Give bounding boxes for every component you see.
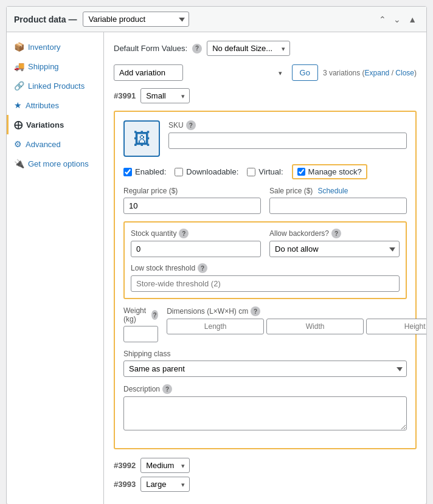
sidebar-item-advanced[interactable]: ⚙ Advanced	[7, 134, 103, 154]
sidebar-label-inventory: Inventory	[28, 43, 60, 52]
stock-quantity-label-text: Stock quantity	[131, 229, 176, 238]
variation-3991-body: 🖼 SKU ? Enabled:	[114, 111, 417, 449]
sidebar-label-advanced: Advanced	[26, 140, 61, 149]
advanced-icon: ⚙	[14, 139, 22, 149]
virtual-label-text: Virtual:	[258, 167, 283, 176]
default-form-label: Default Form Values:	[114, 44, 187, 53]
panel-title-text: Product data	[14, 15, 66, 24]
virtual-checkbox[interactable]	[247, 168, 255, 176]
sidebar-label-get-more-options: Get more options	[28, 159, 89, 168]
inventory-icon: 📦	[14, 42, 24, 52]
add-variation-select[interactable]: Add variation	[114, 64, 183, 81]
weight-input[interactable]	[123, 326, 158, 342]
sidebar-label-attributes: Attributes	[26, 101, 59, 110]
dimensions-inputs	[167, 319, 426, 334]
variation-3991-header: #3991 Small Medium Large	[114, 88, 417, 103]
stock-quantity-field: Stock quantity ?	[131, 229, 261, 257]
sidebar-item-linked-products[interactable]: 🔗 Linked Products	[7, 76, 103, 95]
weight-label: Weight (kg) ?	[123, 306, 158, 323]
weight-label-text: Weight (kg)	[123, 306, 149, 323]
low-stock-label: Low stock threshold ?	[131, 263, 400, 273]
variations-count: 3 variations (Expand / Close)	[323, 69, 417, 77]
sidebar-item-inventory[interactable]: 📦 Inventory	[7, 37, 103, 57]
variation-3993-header: #3993 Small Medium Large	[114, 477, 417, 492]
shipping-class-wrapper: Same as parent No shipping class	[123, 361, 407, 377]
stock-quantity-label: Stock quantity ?	[131, 229, 261, 238]
stock-quantity-backorders-row: Stock quantity ? Allow backorders? ?	[131, 229, 400, 257]
variation-image[interactable]: 🖼	[123, 120, 160, 157]
allow-backorders-field: Allow backorders? ? Do not allow Allow, …	[269, 229, 400, 257]
width-input[interactable]	[266, 319, 364, 334]
panel-body: 📦 Inventory 🚚 Shipping 🔗 Linked Products…	[7, 32, 426, 504]
shipping-class-label-text: Shipping class	[123, 350, 170, 358]
default-form-values: Default Form Values: ? No default Size..…	[114, 41, 417, 56]
shipping-class-select[interactable]: Same as parent No shipping class	[123, 361, 407, 377]
enabled-checkbox-label[interactable]: Enabled:	[123, 167, 166, 176]
allow-backorders-wrapper: Do not allow Allow, but notify customer …	[269, 241, 400, 257]
close-link[interactable]: Close	[395, 69, 414, 77]
virtual-checkbox-label[interactable]: Virtual:	[247, 167, 283, 176]
allow-backorders-help-icon[interactable]: ?	[331, 229, 341, 238]
default-form-help-icon[interactable]: ?	[192, 44, 202, 54]
variation-3993-size-wrapper: Small Medium Large	[140, 477, 190, 492]
collapse-down-button[interactable]: ⌄	[391, 13, 403, 26]
stock-quantity-input[interactable]	[131, 241, 261, 257]
schedule-link[interactable]: Schedule	[317, 187, 348, 195]
description-help-icon[interactable]: ?	[162, 384, 172, 394]
toggle-button[interactable]: ▲	[406, 13, 419, 26]
sale-price-label: Sale price ($) Schedule	[269, 187, 407, 195]
weight-help-icon[interactable]: ?	[151, 310, 158, 320]
sku-label: SKU ?	[168, 120, 407, 130]
variation-top: 🖼 SKU ?	[123, 120, 407, 157]
enabled-label-text: Enabled:	[135, 167, 166, 176]
low-stock-input[interactable]	[131, 275, 400, 292]
variation-3991-id: #3991	[114, 91, 136, 100]
price-row: Regular price ($) Sale price ($) Schedul…	[123, 187, 407, 214]
attributes-icon: ★	[14, 100, 22, 110]
expand-link[interactable]: Expand	[365, 69, 390, 77]
allow-backorders-label-text: Allow backorders?	[269, 229, 329, 238]
enabled-checkbox[interactable]	[123, 168, 132, 176]
regular-price-input[interactable]	[123, 198, 261, 214]
height-input[interactable]	[366, 319, 426, 334]
sidebar-item-attributes[interactable]: ★ Attributes	[7, 95, 103, 115]
sku-section: SKU ?	[168, 120, 407, 157]
manage-stock-checkbox-label[interactable]: Manage stock?	[292, 164, 367, 179]
product-type-select[interactable]: Variable product Simple product Grouped …	[83, 12, 189, 27]
variation-3992-size-wrapper: Small Medium Large	[140, 458, 190, 473]
allow-backorders-select[interactable]: Do not allow Allow, but notify customer …	[269, 241, 400, 257]
sidebar-item-get-more-options[interactable]: 🔌 Get more options	[7, 154, 103, 173]
sale-price-input[interactable]	[269, 198, 407, 214]
downloadable-label-text: Downloadable:	[186, 167, 238, 176]
description-textarea[interactable]	[123, 396, 407, 430]
sku-help-icon[interactable]: ?	[186, 120, 196, 130]
length-input[interactable]	[167, 319, 264, 334]
variation-3993-size-select[interactable]: Small Medium Large	[140, 477, 190, 492]
downloadable-checkbox[interactable]	[175, 168, 183, 176]
sidebar-item-variations[interactable]: ⨁ Variations	[7, 115, 103, 134]
low-stock-help-icon[interactable]: ?	[198, 263, 207, 273]
dimensions-field: Dimensions (L×W×H) cm ?	[167, 306, 426, 342]
panel-separator: —	[68, 15, 77, 24]
collapse-up-button[interactable]: ⌃	[376, 13, 389, 26]
checkbox-row: Enabled: Downloadable: Virtual: Manage s…	[123, 164, 407, 179]
downloadable-checkbox-label[interactable]: Downloadable:	[175, 167, 238, 176]
sku-input[interactable]	[168, 133, 407, 149]
no-default-size-select[interactable]: No default Size...	[207, 41, 290, 56]
sale-price-field: Sale price ($) Schedule	[269, 187, 407, 214]
stock-quantity-help-icon[interactable]: ?	[179, 229, 189, 238]
manage-stock-checkbox[interactable]	[297, 168, 305, 176]
weight-dimensions-row: Weight (kg) ? Dimensions (L×W×H) cm ?	[123, 306, 407, 342]
panel-arrows: ⌃ ⌄ ▲	[376, 13, 419, 26]
variation-3992-header: #3992 Small Medium Large	[114, 458, 417, 473]
variation-3991-size-select[interactable]: Small Medium Large	[140, 88, 190, 103]
sidebar-item-shipping[interactable]: 🚚 Shipping	[7, 57, 103, 76]
regular-price-label: Regular price ($)	[123, 187, 261, 195]
sidebar-label-shipping: Shipping	[28, 62, 59, 71]
shipping-icon: 🚚	[14, 61, 24, 71]
dimensions-help-icon[interactable]: ?	[251, 306, 260, 316]
variation-3992-size-select[interactable]: Small Medium Large	[140, 458, 190, 473]
go-button[interactable]: Go	[292, 64, 318, 81]
get-more-options-icon: 🔌	[14, 159, 24, 168]
sidebar-label-variations: Variations	[26, 120, 64, 129]
